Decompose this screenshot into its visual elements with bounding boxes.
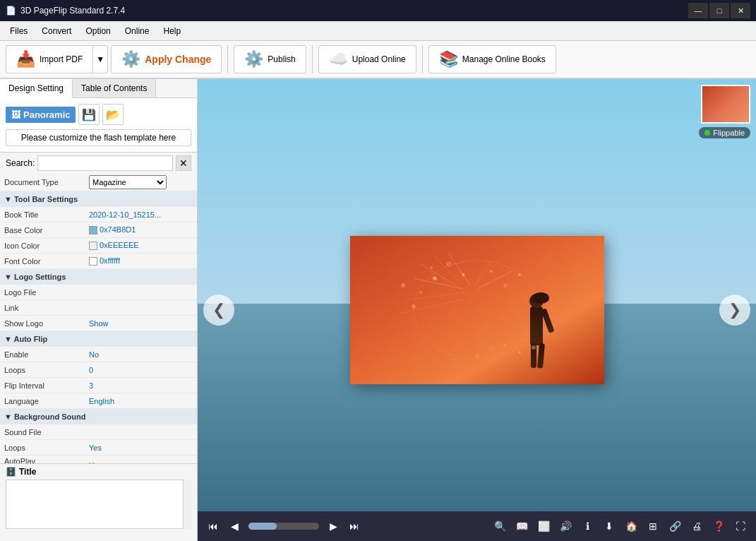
zoom-in-button[interactable]: 🔍 bbox=[490, 516, 510, 536]
svg-rect-0 bbox=[350, 236, 604, 384]
app-icon: 📄 bbox=[6, 6, 16, 16]
menu-option[interactable]: Option bbox=[78, 23, 117, 39]
svg-point-26 bbox=[488, 346, 494, 352]
tab-design-setting[interactable]: Design Setting bbox=[0, 79, 73, 98]
svg-point-28 bbox=[504, 344, 507, 347]
import-pdf-button[interactable]: 📥 Import PDF bbox=[6, 45, 92, 73]
title-scrollbar[interactable] bbox=[183, 480, 191, 529]
menu-files[interactable]: Files bbox=[3, 23, 35, 39]
minimize-button[interactable]: — bbox=[688, 3, 708, 18]
close-button[interactable]: ✕ bbox=[731, 3, 750, 18]
doc-type-select[interactable]: Magazine Book Brochure Catalog bbox=[89, 175, 167, 189]
tab-toc[interactable]: Table of Contents bbox=[73, 79, 156, 97]
nav-prev-button[interactable]: ❮ bbox=[203, 295, 234, 326]
manage-label: Manage Online Books bbox=[462, 54, 546, 64]
import-dropdown-arrow[interactable]: ▼ bbox=[92, 45, 107, 73]
table-row: Show Logo Show bbox=[0, 316, 197, 331]
collapse-icon-logo[interactable]: ▼ bbox=[4, 273, 12, 281]
settings-scroll[interactable]: Document Type Magazine Book Brochure Cat… bbox=[0, 174, 197, 463]
prev-page-button[interactable]: ◀ bbox=[224, 516, 244, 536]
help-button[interactable]: ❓ bbox=[709, 516, 728, 536]
language-value[interactable]: English bbox=[85, 393, 197, 409]
flip-interval-label: Flip Interval bbox=[0, 378, 85, 393]
apply-change-button[interactable]: ⚙️ Apply Change bbox=[111, 45, 222, 73]
template-panoramic-button[interactable]: 🖼 Panoramic bbox=[6, 107, 76, 123]
chevron-down-icon: ▼ bbox=[96, 54, 104, 64]
search-clear-button[interactable]: ✕ bbox=[176, 155, 191, 171]
base-color-value[interactable]: 0x74B8D1 bbox=[85, 222, 197, 238]
language-label: Language bbox=[0, 393, 85, 409]
sound-file-value[interactable] bbox=[85, 424, 197, 440]
upload-label: Upload Online bbox=[352, 54, 406, 64]
customize-template-button[interactable]: Please customize the flash template here bbox=[6, 129, 191, 146]
manage-books-button[interactable]: 📚 Manage Online Books bbox=[428, 45, 556, 73]
last-page-button[interactable]: ⏭ bbox=[344, 516, 364, 536]
svg-point-8 bbox=[401, 283, 405, 287]
collapse-icon[interactable]: ▼ bbox=[4, 195, 12, 203]
table-row: Sound File bbox=[0, 424, 197, 440]
share-button[interactable]: 🔗 bbox=[665, 516, 685, 536]
title-db-icon: 🗄️ bbox=[6, 467, 16, 477]
publish-button[interactable]: ⚙️ Publish bbox=[234, 45, 306, 73]
upload-button[interactable]: ☁️ Upload Online bbox=[318, 45, 416, 73]
fullscreen-button[interactable]: ⬜ bbox=[534, 516, 553, 536]
search-label: Search: bbox=[6, 158, 35, 168]
settings-table: Document Type Magazine Book Brochure Cat… bbox=[0, 174, 197, 463]
menu-online[interactable]: Online bbox=[118, 23, 157, 39]
svg-point-11 bbox=[518, 273, 521, 276]
home-button[interactable]: 🏠 bbox=[621, 516, 641, 536]
svg-point-22 bbox=[532, 292, 549, 304]
logo-file-value[interactable] bbox=[85, 285, 197, 300]
left-panel: Design Setting Table of Contents 🖼 Panor… bbox=[0, 79, 198, 541]
publish-label: Publish bbox=[268, 54, 295, 64]
menu-help[interactable]: Help bbox=[156, 23, 188, 39]
search-input[interactable] bbox=[37, 155, 173, 171]
show-logo-label: Show Logo bbox=[0, 316, 85, 331]
table-row: Document Type Magazine Book Brochure Cat… bbox=[0, 174, 197, 191]
expand-button[interactable]: ⛶ bbox=[731, 516, 750, 536]
info-button[interactable]: ℹ bbox=[577, 516, 597, 536]
show-logo-value[interactable]: Show bbox=[85, 316, 197, 331]
title-textarea[interactable] bbox=[6, 480, 191, 529]
first-page-button[interactable]: ⏮ bbox=[203, 516, 223, 536]
icon-color-value[interactable]: 0xEEEEEE bbox=[85, 238, 197, 254]
link-value[interactable] bbox=[85, 300, 197, 316]
book-preview bbox=[350, 236, 604, 384]
collapse-icon-sound[interactable]: ▼ bbox=[4, 412, 12, 421]
autoplay-label: AutoPlay Backgroun... bbox=[0, 456, 85, 464]
view-mode-button[interactable]: 📖 bbox=[512, 516, 532, 536]
icon-color-label: Icon Color bbox=[0, 238, 85, 254]
print-button[interactable]: 🖨 bbox=[687, 516, 707, 536]
maximize-button[interactable]: □ bbox=[709, 3, 729, 18]
menu-convert[interactable]: Convert bbox=[35, 23, 78, 39]
link-label: Link bbox=[0, 300, 85, 316]
book-title-value[interactable]: 2020-12-10_15215... bbox=[85, 207, 197, 222]
table-row: Link bbox=[0, 300, 197, 316]
manage-icon: 📚 bbox=[439, 50, 458, 69]
next-page-button[interactable]: ▶ bbox=[323, 516, 343, 536]
table-row: Icon Color 0xEEEEEE bbox=[0, 238, 197, 254]
title-area: 🗄️ Title bbox=[0, 463, 197, 541]
flip-interval-value[interactable]: 3 bbox=[85, 378, 197, 393]
nav-next-button[interactable]: ❯ bbox=[719, 295, 750, 326]
collapse-icon-autoflip[interactable]: ▼ bbox=[4, 335, 12, 343]
view-controls: 🔍 📖 ⬜ 🔊 ℹ ⬇ 🏠 ⊞ 🔗 🖨 ❓ ⛶ bbox=[490, 516, 750, 536]
menubar: Files Convert Option Online Help bbox=[0, 21, 756, 41]
template-save-button[interactable]: 💾 bbox=[78, 104, 100, 125]
font-color-value[interactable]: 0xffffff bbox=[85, 254, 197, 269]
download-button[interactable]: ⬇ bbox=[599, 516, 619, 536]
template-load-button[interactable]: 📂 bbox=[102, 104, 124, 125]
autoplay-value[interactable]: Yes bbox=[85, 456, 197, 464]
book-title-label: Book Title bbox=[0, 207, 85, 222]
toolbar: 📥 Import PDF ▼ ⚙️ Apply Change ⚙️ Publis… bbox=[0, 41, 756, 79]
flippable-text: Flippable bbox=[713, 129, 745, 137]
loops2-value[interactable]: Yes bbox=[85, 440, 197, 456]
enable-value[interactable]: No bbox=[85, 347, 197, 362]
preview-area: Flippable bbox=[198, 79, 756, 541]
flippable-dot bbox=[704, 130, 710, 136]
grid-button[interactable]: ⊞ bbox=[643, 516, 663, 536]
table-row: Flip Interval 3 bbox=[0, 378, 197, 393]
loops-value[interactable]: 0 bbox=[85, 362, 197, 378]
sound-button[interactable]: 🔊 bbox=[556, 516, 575, 536]
page-progress-bar bbox=[248, 523, 319, 530]
